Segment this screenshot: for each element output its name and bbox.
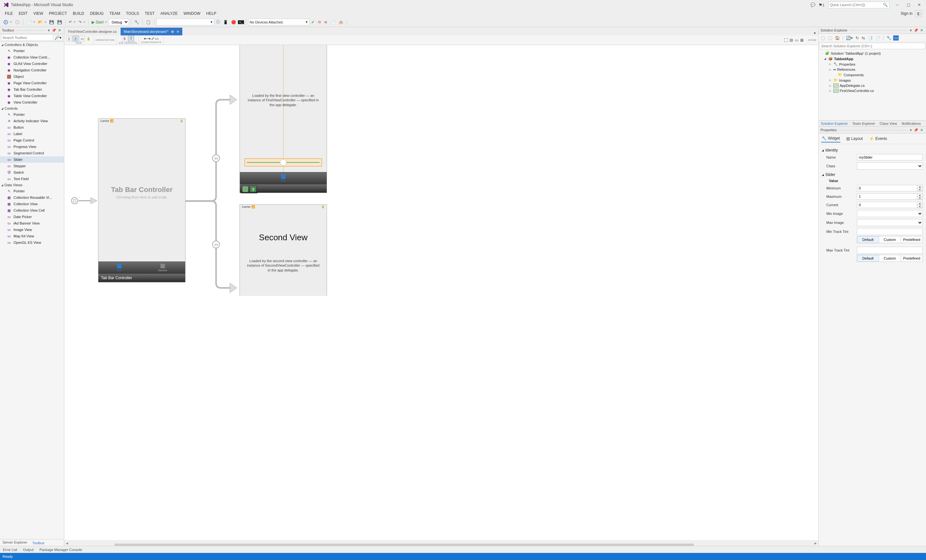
tab-team-explorer[interactable]: Team Explorer — [850, 121, 878, 126]
node-images[interactable]: Images — [839, 79, 851, 82]
close-button[interactable]: ✕ — [914, 0, 925, 10]
soln-showall[interactable]: 📑 — [867, 35, 874, 41]
ptab-layout[interactable]: ▤Layout — [846, 135, 863, 142]
save-all-button[interactable]: 💾 — [56, 19, 64, 25]
toolbox-group[interactable]: Data Views — [0, 182, 64, 188]
segue-node-second[interactable]: ▭ — [212, 241, 220, 248]
size-battery[interactable]: 🔋 — [86, 36, 91, 41]
quick-launch[interactable]: 🔍 — [828, 2, 889, 8]
soln-sync[interactable]: 🔄▾ — [845, 35, 854, 41]
first-tabbar[interactable]: First — [240, 172, 327, 184]
soln-project[interactable]: TabbedApp — [834, 57, 853, 61]
save-button[interactable]: 💾 — [48, 19, 55, 25]
menu-help[interactable]: HELP — [203, 10, 219, 17]
seg-maxtrack-pred[interactable]: Predefined — [900, 255, 923, 262]
toolbox-item[interactable]: 🟫Object — [0, 73, 64, 80]
toolbox-item[interactable]: ◉Tab Bar Controller — [0, 86, 64, 92]
sign-in-link[interactable]: Sign in — [898, 11, 915, 16]
user-avatar[interactable]: ◧ — [915, 10, 922, 17]
tabbar[interactable]: First Second — [98, 262, 185, 274]
zoom-fit[interactable]: ⛶ — [784, 38, 788, 42]
toolbox-close[interactable]: ✕ — [57, 28, 62, 32]
toolbox-item[interactable]: ◉GLKit View Controller — [0, 61, 64, 67]
node-firstvc[interactable]: FirstViewController.cs — [840, 89, 874, 92]
toolbox-item[interactable]: ◉Table View Controller — [0, 92, 64, 99]
quick-launch-input[interactable] — [830, 3, 883, 7]
soln-dropdown[interactable]: ▾ — [909, 28, 913, 32]
doctab-storyboard[interactable]: MainStoryboard.storyboard* ⊕ ✕ — [121, 28, 182, 35]
zoom-out[interactable]: ⊟ — [790, 38, 793, 42]
zoom-in[interactable]: ⊞ — [800, 38, 803, 42]
pin-icon[interactable]: ⊕ — [171, 30, 174, 34]
tb-icon-2[interactable]: 📋 — [145, 19, 152, 25]
tb-icon-5[interactable]: >_ — [238, 20, 244, 24]
devices-combo[interactable]: No Devices Attached.▾ — [248, 19, 309, 26]
node-appdelegate[interactable]: AppDelegate.cs — [840, 84, 865, 88]
tab-toolbox[interactable]: Toolbox — [30, 539, 47, 546]
toolbox-item[interactable]: ✳Activity Indicator View — [0, 118, 64, 124]
first-tabitem[interactable]: First — [281, 174, 286, 182]
scene-dock-first[interactable]: ➲ — [241, 185, 258, 193]
input-cur[interactable] — [857, 202, 917, 208]
toolbox-item[interactable]: ↖Pointer — [0, 111, 64, 118]
toolbox-item[interactable]: ▭Button — [0, 124, 64, 130]
zoom-100[interactable]: ▭ — [795, 38, 798, 42]
toolbox-item[interactable]: ◉Collection View Contr... — [0, 54, 64, 61]
toolbox-item[interactable]: ▭Segmented Control — [0, 150, 64, 156]
entry-arrow[interactable] — [71, 196, 100, 206]
toolbox-item[interactable]: ◉Navigation Controller — [0, 67, 64, 73]
seg-maxtrack-custom[interactable]: Custom — [879, 255, 901, 262]
toolbox-item[interactable]: ◉Page View Controller — [0, 80, 64, 86]
scene-tabbarcontroller[interactable]: Carrier 📶🔋 Tab Bar Controller Ctrl+drag … — [98, 118, 186, 282]
start-button[interactable]: ▶ Start — [90, 19, 108, 25]
tab-error-list[interactable]: Error List — [0, 547, 20, 552]
ok-icon[interactable]: ✔ — [310, 19, 316, 25]
seg-mintrack-default[interactable]: Default — [857, 236, 879, 243]
spin-down[interactable]: ▼ — [917, 197, 923, 200]
spin-up[interactable]: ▲ — [917, 185, 923, 188]
segue-node-first[interactable]: ▭ — [212, 154, 220, 162]
search-icon[interactable]: 🔎▾ — [53, 35, 63, 41]
new-project-button[interactable]: 📄 — [26, 19, 36, 25]
maximize-button[interactable]: ▢ — [903, 0, 914, 10]
menu-edit[interactable]: EDIT — [16, 10, 30, 17]
soln-root[interactable]: Solution 'TabbedApp' (1 project) — [831, 51, 881, 55]
feedback-icon[interactable]: 💬 — [809, 3, 817, 7]
ios7-button[interactable]: 7 — [128, 36, 134, 41]
soln-close[interactable]: ✕ — [919, 28, 924, 32]
tb-icon-7[interactable]: 📄 — [329, 19, 337, 25]
toolbox-dropdown[interactable]: ▾ — [47, 28, 51, 32]
toolbox-item[interactable]: ▭Page Control — [0, 137, 64, 144]
toolbox-group[interactable]: Controls — [0, 106, 64, 111]
soln-collapse[interactable]: ⇆ — [861, 35, 866, 41]
menu-project[interactable]: PROJECT — [46, 10, 70, 17]
group-slider[interactable]: Slider — [822, 171, 923, 177]
process-combo[interactable]: ▾ — [156, 19, 214, 26]
tb-icon-6[interactable]: ≋ — [323, 19, 328, 25]
doctab-overflow[interactable]: ▾ — [812, 31, 818, 35]
close-tab[interactable]: ✕ — [177, 30, 179, 33]
constraint-icon-1[interactable]: ⇤⇥ — [144, 36, 150, 41]
redo-button[interactable]: ↷ — [77, 19, 86, 25]
dock-vc-icon[interactable] — [242, 186, 248, 192]
soln-pin[interactable]: 📌 — [913, 28, 919, 32]
tab-notifications[interactable]: Notifications — [899, 121, 923, 126]
soln-fwd[interactable]: ◯ — [827, 35, 833, 41]
toolbox-search-input[interactable] — [1, 35, 53, 41]
input-max[interactable] — [857, 193, 917, 200]
toolbox-item[interactable]: ▦Collection Reusable Vi... — [0, 194, 64, 201]
soln-home[interactable]: 🏠 — [834, 35, 841, 41]
tb-icon-8[interactable]: 📤 — [337, 19, 345, 25]
select-maximg[interactable] — [857, 219, 923, 226]
select-class[interactable] — [857, 162, 923, 170]
soln-tree[interactable]: 🧩Solution 'TabbedApp' (1 project) ◢📦Tabb… — [819, 50, 926, 120]
slider-selection[interactable] — [244, 158, 322, 166]
tb-icon-4[interactable]: 🔴 — [230, 19, 237, 25]
menu-debug[interactable]: DEBUG — [87, 10, 107, 17]
props-pin[interactable]: 📌 — [913, 128, 919, 132]
tab-output[interactable]: Output — [20, 547, 37, 552]
group-identity[interactable]: Identity — [822, 146, 923, 153]
nav-back-button[interactable] — [2, 19, 13, 26]
size-tablet[interactable]: ▭ — [79, 36, 85, 41]
soln-preview[interactable]: ▭ — [893, 35, 899, 41]
